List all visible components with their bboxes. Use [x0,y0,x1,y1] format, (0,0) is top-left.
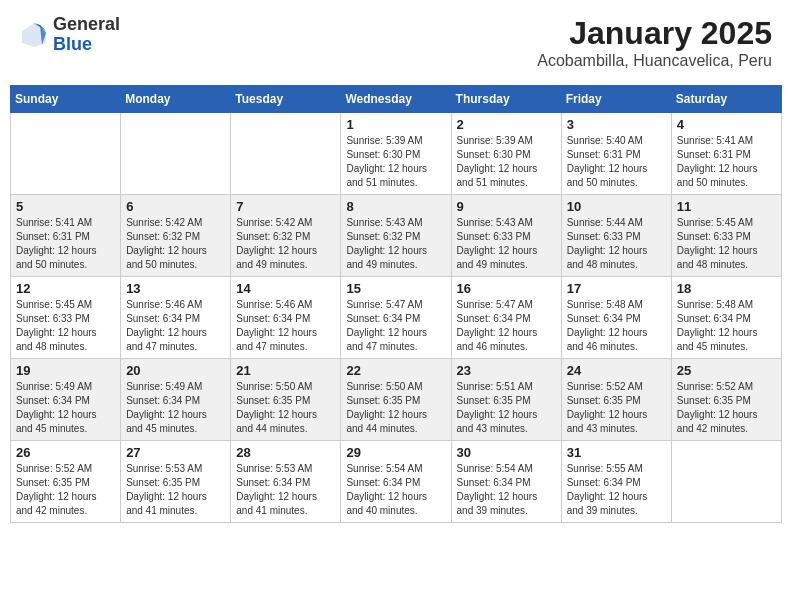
day-number: 10 [567,199,666,214]
day-number: 23 [457,363,556,378]
calendar-cell: 13Sunrise: 5:46 AM Sunset: 6:34 PM Dayli… [121,277,231,359]
day-info: Sunrise: 5:39 AM Sunset: 6:30 PM Dayligh… [346,134,445,190]
calendar-cell [231,113,341,195]
calendar-week-row: 5Sunrise: 5:41 AM Sunset: 6:31 PM Daylig… [11,195,782,277]
day-number: 30 [457,445,556,460]
day-number: 9 [457,199,556,214]
day-info: Sunrise: 5:46 AM Sunset: 6:34 PM Dayligh… [126,298,225,354]
weekday-header-friday: Friday [561,86,671,113]
day-info: Sunrise: 5:46 AM Sunset: 6:34 PM Dayligh… [236,298,335,354]
day-info: Sunrise: 5:52 AM Sunset: 6:35 PM Dayligh… [16,462,115,518]
calendar-cell: 28Sunrise: 5:53 AM Sunset: 6:34 PM Dayli… [231,441,341,523]
day-info: Sunrise: 5:55 AM Sunset: 6:34 PM Dayligh… [567,462,666,518]
calendar-cell: 29Sunrise: 5:54 AM Sunset: 6:34 PM Dayli… [341,441,451,523]
logo: General Blue [20,15,120,55]
day-number: 8 [346,199,445,214]
logo-general: General [53,14,120,34]
day-info: Sunrise: 5:45 AM Sunset: 6:33 PM Dayligh… [677,216,776,272]
day-number: 21 [236,363,335,378]
day-number: 16 [457,281,556,296]
location-title: Acobambilla, Huancavelica, Peru [537,52,772,70]
day-number: 18 [677,281,776,296]
day-info: Sunrise: 5:44 AM Sunset: 6:33 PM Dayligh… [567,216,666,272]
day-number: 31 [567,445,666,460]
weekday-header-wednesday: Wednesday [341,86,451,113]
weekday-header-sunday: Sunday [11,86,121,113]
day-info: Sunrise: 5:42 AM Sunset: 6:32 PM Dayligh… [236,216,335,272]
calendar-cell: 14Sunrise: 5:46 AM Sunset: 6:34 PM Dayli… [231,277,341,359]
calendar-cell [671,441,781,523]
weekday-header-thursday: Thursday [451,86,561,113]
day-info: Sunrise: 5:50 AM Sunset: 6:35 PM Dayligh… [346,380,445,436]
day-number: 28 [236,445,335,460]
day-info: Sunrise: 5:47 AM Sunset: 6:34 PM Dayligh… [346,298,445,354]
day-info: Sunrise: 5:53 AM Sunset: 6:35 PM Dayligh… [126,462,225,518]
day-number: 13 [126,281,225,296]
day-info: Sunrise: 5:49 AM Sunset: 6:34 PM Dayligh… [126,380,225,436]
calendar-week-row: 1Sunrise: 5:39 AM Sunset: 6:30 PM Daylig… [11,113,782,195]
logo-blue: Blue [53,34,92,54]
day-info: Sunrise: 5:39 AM Sunset: 6:30 PM Dayligh… [457,134,556,190]
day-info: Sunrise: 5:48 AM Sunset: 6:34 PM Dayligh… [677,298,776,354]
day-number: 15 [346,281,445,296]
calendar-cell: 24Sunrise: 5:52 AM Sunset: 6:35 PM Dayli… [561,359,671,441]
day-number: 6 [126,199,225,214]
calendar-cell: 23Sunrise: 5:51 AM Sunset: 6:35 PM Dayli… [451,359,561,441]
day-info: Sunrise: 5:45 AM Sunset: 6:33 PM Dayligh… [16,298,115,354]
day-number: 14 [236,281,335,296]
calendar-cell [11,113,121,195]
day-number: 22 [346,363,445,378]
day-info: Sunrise: 5:52 AM Sunset: 6:35 PM Dayligh… [567,380,666,436]
day-number: 12 [16,281,115,296]
day-number: 4 [677,117,776,132]
calendar-cell: 7Sunrise: 5:42 AM Sunset: 6:32 PM Daylig… [231,195,341,277]
calendar-cell: 9Sunrise: 5:43 AM Sunset: 6:33 PM Daylig… [451,195,561,277]
day-info: Sunrise: 5:54 AM Sunset: 6:34 PM Dayligh… [346,462,445,518]
weekday-header-monday: Monday [121,86,231,113]
calendar-cell: 2Sunrise: 5:39 AM Sunset: 6:30 PM Daylig… [451,113,561,195]
page-header: General Blue January 2025 Acobambilla, H… [10,10,782,75]
logo-icon [20,21,48,49]
day-number: 17 [567,281,666,296]
day-number: 3 [567,117,666,132]
day-number: 11 [677,199,776,214]
calendar-cell: 25Sunrise: 5:52 AM Sunset: 6:35 PM Dayli… [671,359,781,441]
calendar-cell: 15Sunrise: 5:47 AM Sunset: 6:34 PM Dayli… [341,277,451,359]
calendar-cell: 21Sunrise: 5:50 AM Sunset: 6:35 PM Dayli… [231,359,341,441]
day-number: 24 [567,363,666,378]
calendar-cell: 20Sunrise: 5:49 AM Sunset: 6:34 PM Dayli… [121,359,231,441]
calendar-cell [121,113,231,195]
day-info: Sunrise: 5:42 AM Sunset: 6:32 PM Dayligh… [126,216,225,272]
day-info: Sunrise: 5:43 AM Sunset: 6:33 PM Dayligh… [457,216,556,272]
day-info: Sunrise: 5:53 AM Sunset: 6:34 PM Dayligh… [236,462,335,518]
calendar-cell: 8Sunrise: 5:43 AM Sunset: 6:32 PM Daylig… [341,195,451,277]
day-info: Sunrise: 5:43 AM Sunset: 6:32 PM Dayligh… [346,216,445,272]
calendar-cell: 6Sunrise: 5:42 AM Sunset: 6:32 PM Daylig… [121,195,231,277]
day-number: 1 [346,117,445,132]
day-info: Sunrise: 5:49 AM Sunset: 6:34 PM Dayligh… [16,380,115,436]
day-info: Sunrise: 5:40 AM Sunset: 6:31 PM Dayligh… [567,134,666,190]
calendar-week-row: 19Sunrise: 5:49 AM Sunset: 6:34 PM Dayli… [11,359,782,441]
calendar-table: SundayMondayTuesdayWednesdayThursdayFrid… [10,85,782,523]
day-number: 19 [16,363,115,378]
calendar-cell: 22Sunrise: 5:50 AM Sunset: 6:35 PM Dayli… [341,359,451,441]
day-info: Sunrise: 5:47 AM Sunset: 6:34 PM Dayligh… [457,298,556,354]
calendar-cell: 12Sunrise: 5:45 AM Sunset: 6:33 PM Dayli… [11,277,121,359]
weekday-header-saturday: Saturday [671,86,781,113]
calendar-cell: 19Sunrise: 5:49 AM Sunset: 6:34 PM Dayli… [11,359,121,441]
calendar-cell: 10Sunrise: 5:44 AM Sunset: 6:33 PM Dayli… [561,195,671,277]
calendar-cell: 5Sunrise: 5:41 AM Sunset: 6:31 PM Daylig… [11,195,121,277]
calendar-cell: 26Sunrise: 5:52 AM Sunset: 6:35 PM Dayli… [11,441,121,523]
day-number: 25 [677,363,776,378]
day-info: Sunrise: 5:52 AM Sunset: 6:35 PM Dayligh… [677,380,776,436]
calendar-week-row: 26Sunrise: 5:52 AM Sunset: 6:35 PM Dayli… [11,441,782,523]
day-number: 27 [126,445,225,460]
calendar-cell: 31Sunrise: 5:55 AM Sunset: 6:34 PM Dayli… [561,441,671,523]
month-title: January 2025 [537,15,772,52]
day-info: Sunrise: 5:50 AM Sunset: 6:35 PM Dayligh… [236,380,335,436]
day-info: Sunrise: 5:54 AM Sunset: 6:34 PM Dayligh… [457,462,556,518]
calendar-cell: 30Sunrise: 5:54 AM Sunset: 6:34 PM Dayli… [451,441,561,523]
day-number: 20 [126,363,225,378]
weekday-header-tuesday: Tuesday [231,86,341,113]
calendar-cell: 11Sunrise: 5:45 AM Sunset: 6:33 PM Dayli… [671,195,781,277]
